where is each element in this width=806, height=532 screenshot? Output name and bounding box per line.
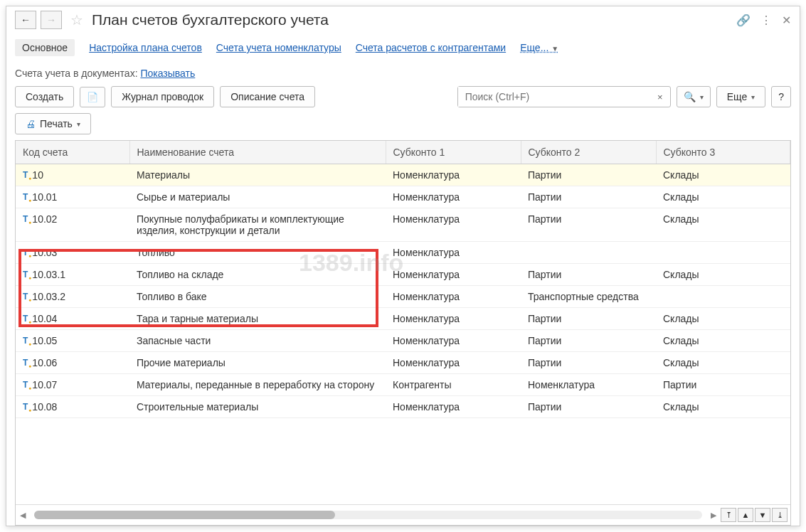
page-title: План счетов бухгалтерского учета <box>92 11 732 28</box>
filter-row: Счета учета в документах: Показывать <box>6 65 800 86</box>
cell-sub3 <box>656 286 790 308</box>
account-type-icon: T <box>23 170 28 180</box>
scroll-bottom-button[interactable]: ⤓ <box>772 508 788 522</box>
cell-code: 10.02 <box>32 213 57 225</box>
cell-sub3: Склады <box>656 264 790 286</box>
cell-sub1: Номенклатура <box>386 352 521 374</box>
search-submit-button[interactable]: 🔍 ▾ <box>677 86 711 107</box>
scroll-right-arrow[interactable]: ▶ <box>706 511 721 520</box>
filter-label: Счета учета в документах: <box>15 68 138 79</box>
cell-code: 10.03 <box>32 247 57 258</box>
titlebar: ← → ☆ План счетов бухгалтерского учета 🔗… <box>6 6 800 33</box>
table-row[interactable]: T10МатериалыНоменклатураПартииСклады <box>16 164 790 186</box>
cell-name: Топливо на складе <box>129 264 386 286</box>
cell-name: Покупные полуфабрикаты и комплектующие и… <box>129 208 386 242</box>
scroll-nav-buttons: ⤒ ▲ ▼ ⤓ <box>721 508 788 522</box>
horizontal-scrollbar[interactable] <box>34 511 702 519</box>
cell-sub2: Партии <box>521 352 656 374</box>
cell-code: 10.03.1 <box>32 269 65 280</box>
scroll-up-button[interactable]: ▲ <box>738 508 753 522</box>
table-scroll-footer: ◀ ▶ ⤒ ▲ ▼ ⤓ <box>16 504 790 525</box>
filter-show-link[interactable]: Показывать <box>140 68 195 79</box>
accounts-table: Код счета Наименование счета Субконто 1 … <box>16 141 790 418</box>
copy-button[interactable]: 📄 <box>80 87 105 107</box>
table-row[interactable]: T10.05Запасные частиНоменклатураПартииСк… <box>16 330 790 352</box>
table-body: T10МатериалыНоменклатураПартииСкладыT10.… <box>16 164 790 418</box>
cell-sub3 <box>656 242 790 264</box>
cell-sub3: Склады <box>656 308 790 330</box>
cell-sub1: Номенклатура <box>386 242 521 264</box>
tab-nomenclature-accounts[interactable]: Счета учета номенклатуры <box>216 42 341 53</box>
table-row[interactable]: T10.08Строительные материалыНоменклатура… <box>16 396 790 418</box>
help-button[interactable]: ? <box>771 86 791 107</box>
cell-sub1: Номенклатура <box>386 264 521 286</box>
account-type-icon: T <box>23 358 28 368</box>
tab-plan-settings[interactable]: Настройка плана счетов <box>89 42 202 53</box>
scroll-down-button[interactable]: ▼ <box>755 508 770 522</box>
table-row[interactable]: T10.03.1Топливо на складеНоменклатураПар… <box>16 264 790 286</box>
table-row[interactable]: T10.06Прочие материалыНоменклатураПартии… <box>16 352 790 374</box>
chevron-down-icon: ▼ <box>551 45 558 53</box>
close-icon[interactable]: ✕ <box>782 14 791 27</box>
more-button[interactable]: Еще ▾ <box>716 86 766 107</box>
col-header-code[interactable]: Код счета <box>16 141 129 164</box>
cell-name: Материалы <box>129 164 386 186</box>
table-row[interactable]: T10.07Материалы, переданные в переработк… <box>16 374 790 396</box>
cell-sub1: Номенклатура <box>386 308 521 330</box>
tab-more[interactable]: Еще... ▼ <box>520 42 558 53</box>
scroll-left-arrow[interactable]: ◀ <box>16 511 30 520</box>
cell-sub3: Склады <box>656 352 790 374</box>
cell-sub3: Склады <box>656 164 790 186</box>
cell-code: 10.07 <box>32 379 57 390</box>
table-row[interactable]: T10.04Тара и тарные материалыНоменклатур… <box>16 308 790 330</box>
link-icon[interactable]: 🔗 <box>736 14 751 27</box>
favorite-star-icon[interactable]: ☆ <box>70 11 83 28</box>
print-row: 🖨 Печать ▾ <box>6 113 800 140</box>
journal-button[interactable]: Журнал проводок <box>111 86 214 107</box>
account-type-icon: T <box>23 314 28 324</box>
cell-sub1: Контрагенты <box>386 374 521 396</box>
cell-name: Топливо в баке <box>129 286 386 308</box>
description-button[interactable]: Описание счета <box>220 86 315 107</box>
table-row[interactable]: T10.02Покупные полуфабрикаты и комплекту… <box>16 208 790 242</box>
printer-icon: 🖨 <box>26 118 36 129</box>
nav-forward-button[interactable]: → <box>41 11 62 29</box>
table-row[interactable]: T10.03ТопливоНоменклатура <box>16 242 790 264</box>
col-header-sub2[interactable]: Субконто 2 <box>521 141 656 164</box>
chevron-down-icon: ▾ <box>751 93 755 101</box>
copy-icon: 📄 <box>87 92 98 102</box>
create-button[interactable]: Создать <box>15 86 74 107</box>
table-row[interactable]: T10.03.2Топливо в бакеНоменклатураТрансп… <box>16 286 790 308</box>
cell-sub3: Партии <box>656 374 790 396</box>
cell-sub2: Номенклатура <box>521 374 656 396</box>
search-clear-icon[interactable]: × <box>650 92 670 102</box>
cell-sub2: Транспортные средства <box>521 286 656 308</box>
search-icon: 🔍 <box>684 91 696 102</box>
search-input[interactable] <box>458 87 650 107</box>
account-type-icon: T <box>23 402 28 412</box>
scroll-top-button[interactable]: ⤒ <box>721 508 736 522</box>
print-button[interactable]: 🖨 Печать ▾ <box>15 113 91 134</box>
tab-main[interactable]: Основное <box>15 39 75 56</box>
col-header-sub1[interactable]: Субконто 1 <box>386 141 521 164</box>
cell-name: Прочие материалы <box>129 352 386 374</box>
account-type-icon: T <box>23 214 28 224</box>
col-header-sub3[interactable]: Субконто 3 <box>656 141 790 164</box>
tab-contractor-accounts[interactable]: Счета расчетов с контрагентами <box>356 42 506 53</box>
cell-sub3: Склады <box>656 208 790 242</box>
account-type-icon: T <box>23 292 28 302</box>
main-window: ← → ☆ План счетов бухгалтерского учета 🔗… <box>6 6 800 526</box>
nav-back-button[interactable]: ← <box>15 11 36 29</box>
account-type-icon: T <box>23 336 28 346</box>
table-row[interactable]: T10.01Сырье и материалыНоменклатураПарти… <box>16 186 790 208</box>
search-box: × <box>457 86 671 107</box>
cell-name: Запасные части <box>129 330 386 352</box>
cell-sub1: Номенклатура <box>386 186 521 208</box>
account-type-icon: T <box>23 248 28 257</box>
cell-sub2: Партии <box>521 186 656 208</box>
cell-code: 10.01 <box>32 191 57 203</box>
col-header-name[interactable]: Наименование счета <box>129 141 386 164</box>
accounts-table-wrap: Код счета Наименование счета Субконто 1 … <box>15 140 791 526</box>
cell-code: 10 <box>32 169 43 181</box>
menu-dots-icon[interactable]: ⋮ <box>760 14 772 27</box>
